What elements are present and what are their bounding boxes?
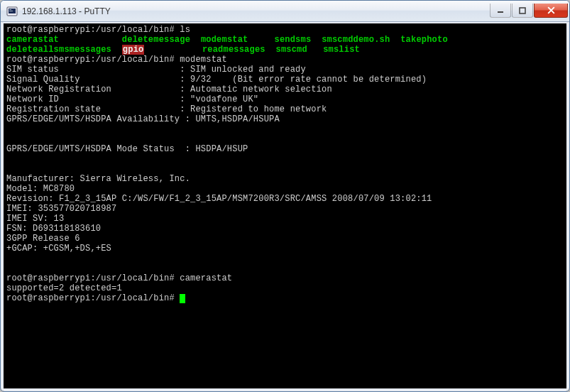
ls-item: takephoto	[400, 35, 448, 45]
output-line: IMEI SV: 13	[6, 214, 64, 224]
svg-rect-5	[520, 8, 525, 13]
window-title: 192.168.1.113 - PuTTY	[22, 6, 490, 16]
minimize-button[interactable]	[490, 4, 511, 18]
ls-item: deleteallsmsmessages	[6, 45, 111, 55]
ls-item-gpio: gpio	[122, 45, 145, 55]
prompt: root@raspberrypi:/usr/local/bin#	[6, 273, 175, 283]
output-line: Manufacturer: Sierra Wireless, Inc.	[6, 174, 190, 184]
command-ls: ls	[180, 25, 190, 35]
output-line: Revision: F1_2_3_15AP C:/WS/FW/F1_2_3_15…	[6, 194, 432, 204]
prompt: root@raspberrypi:/usr/local/bin#	[6, 25, 175, 35]
output-line: Network ID : "vodafone UK"	[6, 94, 258, 104]
command-camerastat: camerastat	[180, 273, 232, 283]
cursor	[180, 294, 185, 303]
command-modemstat: modemstat	[180, 55, 227, 65]
svg-rect-4	[498, 11, 503, 13]
output-line: GPRS/EDGE/UMTS/HSDPA Availability : UMTS…	[6, 114, 280, 124]
maximize-button[interactable]	[512, 4, 533, 18]
output-line: Registration state : Registered to home …	[6, 104, 327, 114]
output-line: +GCAP: +CGSM,+DS,+ES	[6, 244, 111, 254]
titlebar[interactable]: 192.168.1.113 - PuTTY	[1, 1, 569, 22]
ls-item: sendsms	[275, 35, 312, 45]
output-line: supported=2 detected=1	[6, 283, 122, 293]
prompt: root@raspberrypi:/usr/local/bin#	[6, 293, 175, 303]
ls-item: modemstat	[201, 35, 248, 45]
output-line: GPRS/EDGE/UMTS/HSDPA Mode Status : HSDPA…	[6, 144, 248, 154]
close-button[interactable]	[534, 4, 568, 18]
ls-item: deletemessage	[122, 35, 190, 45]
svg-rect-2	[9, 9, 11, 10]
ls-item: smscmddemo.sh	[322, 35, 390, 45]
output-line: Signal Quality : 9/32 (Bit error rate ca…	[6, 75, 427, 85]
ls-item: camerastat	[6, 35, 59, 45]
terminal-area[interactable]: root@raspberrypi:/usr/local/bin# ls came…	[1, 22, 569, 391]
output-line: Network Registration : Automatic network…	[6, 85, 332, 94]
output-line: SIM status : SIM unlocked and ready	[6, 65, 306, 75]
putty-icon	[6, 6, 18, 17]
ls-item: smslist	[323, 45, 360, 55]
output-line: FSN: D693118183610	[6, 224, 101, 234]
window-controls	[490, 4, 568, 18]
output-line: IMEI: 353577020718987	[6, 204, 116, 214]
output-line: Model: MC8780	[6, 184, 75, 194]
output-line: 3GPP Release 6	[6, 234, 80, 244]
ls-item: smscmd	[276, 45, 307, 55]
putty-window: 192.168.1.113 - PuTTY root@raspberrypi:/…	[0, 0, 570, 392]
svg-rect-3	[9, 11, 13, 11]
prompt: root@raspberrypi:/usr/local/bin#	[6, 55, 175, 65]
ls-item: readmessages	[202, 45, 265, 55]
